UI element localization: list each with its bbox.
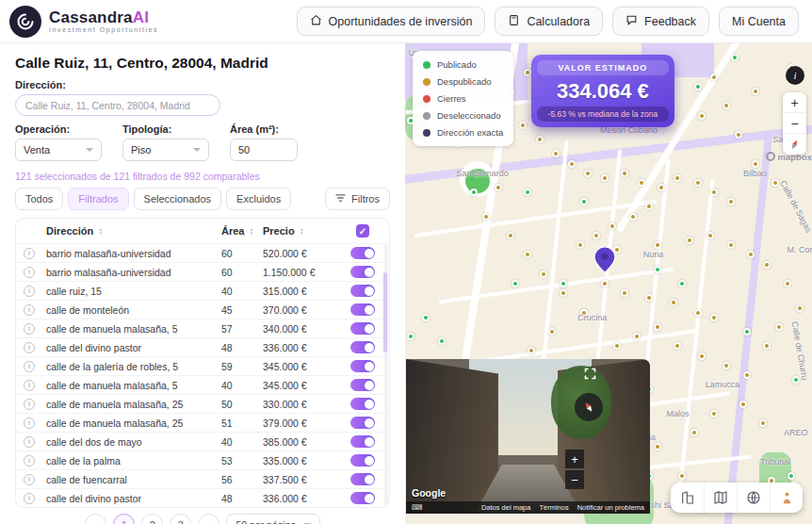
map-dot-despublicado[interactable] bbox=[674, 342, 681, 350]
map-dot-despublicado[interactable] bbox=[784, 280, 791, 287]
map-dot-despublicado[interactable] bbox=[698, 352, 706, 360]
map-panel[interactable]: UniversitariMesón CubanoSan BernardoBilb… bbox=[405, 43, 812, 524]
map-dot-despublicado[interactable] bbox=[752, 160, 759, 168]
map-dot-despublicado[interactable] bbox=[654, 323, 661, 331]
info-icon[interactable] bbox=[24, 418, 35, 429]
table-row[interactable]: barrio malasaña-universidad 60 1.150.000… bbox=[16, 262, 389, 281]
row-toggle[interactable] bbox=[350, 341, 375, 353]
table-row[interactable]: calle de manuela malasaña, 25 50 330.000… bbox=[16, 394, 389, 413]
row-toggle[interactable] bbox=[350, 379, 375, 391]
map-dot-despublicado[interactable] bbox=[482, 213, 490, 221]
map-dot-despublicado[interactable] bbox=[524, 251, 531, 258]
map-dot-despublicado[interactable] bbox=[621, 289, 628, 297]
table-row[interactable]: barrio malasaña-universidad 60 520.000 € bbox=[16, 243, 389, 262]
filters-button[interactable]: Filtros bbox=[325, 188, 390, 210]
map-dot-despublicado[interactable] bbox=[698, 112, 706, 120]
column-area[interactable]: Área▲▼ bbox=[221, 225, 263, 237]
map-dot-despublicado[interactable] bbox=[584, 170, 592, 177]
map-dot-despublicado[interactable] bbox=[609, 222, 616, 230]
page-button-1[interactable]: 1 bbox=[113, 514, 135, 524]
map-dot-publicado[interactable] bbox=[743, 328, 751, 336]
map-dot-despublicado[interactable] bbox=[710, 410, 718, 418]
attr-terms[interactable]: Términos bbox=[539, 503, 568, 512]
map-dot-despublicado[interactable] bbox=[548, 328, 556, 336]
tab-excluidos[interactable]: Excluidos bbox=[226, 188, 291, 210]
info-icon[interactable] bbox=[24, 286, 35, 297]
map-dot-despublicado[interactable] bbox=[540, 270, 547, 278]
nav-feedback-button[interactable]: Feedback bbox=[612, 7, 709, 36]
map-dot-publicado[interactable] bbox=[694, 83, 702, 90]
map-dot-despublicado[interactable] bbox=[710, 74, 718, 81]
row-toggle[interactable] bbox=[350, 492, 375, 504]
map-dot-publicado[interactable] bbox=[422, 314, 430, 321]
table-row[interactable]: calle de la palma 53 335.000 € bbox=[16, 450, 389, 469]
map-dot-publicado[interactable] bbox=[470, 188, 478, 196]
map-dot-publicado[interactable] bbox=[524, 188, 531, 196]
map-dot-despublicado[interactable] bbox=[674, 174, 681, 182]
map-dot-despublicado[interactable] bbox=[694, 179, 702, 187]
map-dot-publicado[interactable] bbox=[407, 333, 414, 340]
map-dot-despublicado[interactable] bbox=[593, 232, 600, 239]
map-dot-despublicado[interactable] bbox=[507, 232, 514, 239]
map-dot-despublicado[interactable] bbox=[519, 122, 527, 129]
attr-report[interactable]: Notificar un problema bbox=[577, 503, 644, 512]
map-dot-despublicado[interactable] bbox=[670, 299, 677, 306]
nav-account-button[interactable]: Mi Cuenta bbox=[719, 7, 799, 36]
row-toggle[interactable] bbox=[350, 435, 375, 448]
map-dot-despublicado[interactable] bbox=[710, 314, 718, 321]
map-dot-despublicado[interactable] bbox=[686, 237, 693, 244]
map-dot-despublicado[interactable] bbox=[645, 203, 653, 210]
map-dot-despublicado[interactable] bbox=[560, 289, 567, 297]
table-row[interactable]: calle del divino pastor 48 336.000 € bbox=[16, 488, 389, 507]
column-direccion[interactable]: Dirección▲▼ bbox=[46, 225, 221, 237]
map-dot-despublicado[interactable] bbox=[747, 251, 755, 258]
map-dot-despublicado[interactable] bbox=[601, 174, 609, 182]
row-toggle[interactable] bbox=[350, 398, 375, 410]
tab-seleccionados[interactable]: Seleccionados bbox=[134, 188, 222, 210]
map-dot-publicado[interactable] bbox=[512, 280, 519, 287]
map-dot-despublicado[interactable] bbox=[613, 342, 621, 350]
map-dot-publicado[interactable] bbox=[438, 337, 446, 345]
streetview-inset[interactable]: + − Google ⌨ Datos del mapa Términos Not… bbox=[406, 359, 650, 514]
zoom-in-button[interactable]: + bbox=[783, 92, 806, 113]
row-toggle[interactable] bbox=[350, 360, 375, 372]
info-icon[interactable] bbox=[24, 380, 35, 391]
row-toggle[interactable] bbox=[350, 266, 375, 278]
map-dot-despublicado[interactable] bbox=[654, 443, 661, 450]
select-all-checkbox[interactable] bbox=[356, 224, 369, 237]
map-dot-despublicado[interactable] bbox=[629, 213, 637, 221]
info-icon[interactable] bbox=[24, 436, 35, 448]
map-dot-despublicado[interactable] bbox=[568, 160, 576, 168]
nav-opportunities-button[interactable]: Oportunidades de inversión bbox=[297, 7, 486, 36]
map-dot-despublicado[interactable] bbox=[633, 333, 641, 340]
map-dot-publicado[interactable] bbox=[580, 198, 588, 205]
map-dot-despublicado[interactable] bbox=[743, 371, 751, 379]
map-dot-despublicado[interactable] bbox=[759, 419, 767, 427]
table-row[interactable]: calle ruiz, 15 40 315.000 € bbox=[16, 281, 389, 300]
info-icon[interactable] bbox=[24, 474, 35, 485]
row-toggle[interactable] bbox=[350, 247, 375, 259]
typology-select[interactable]: Piso bbox=[122, 139, 209, 161]
column-precio[interactable]: Precio▲▼ bbox=[263, 225, 344, 237]
row-toggle[interactable] bbox=[350, 454, 375, 467]
operation-select[interactable]: Venta bbox=[15, 139, 102, 161]
map-dot-publicado[interactable] bbox=[731, 54, 739, 61]
fullscreen-icon[interactable] bbox=[583, 367, 597, 384]
map-dot-despublicado[interactable] bbox=[694, 309, 702, 317]
map-dot-despublicado[interactable] bbox=[690, 429, 698, 436]
row-toggle[interactable] bbox=[350, 417, 375, 429]
map-dot-despublicado[interactable] bbox=[495, 184, 502, 191]
info-icon[interactable] bbox=[24, 455, 35, 467]
page-button-2[interactable]: 2 bbox=[141, 514, 163, 524]
tab-todos[interactable]: Todos bbox=[15, 188, 63, 210]
map-dot-despublicado[interactable] bbox=[706, 232, 714, 239]
map-dot-despublicado[interactable] bbox=[601, 280, 609, 287]
row-toggle[interactable] bbox=[350, 322, 375, 335]
buildings-layer-button[interactable] bbox=[671, 483, 704, 513]
area-input[interactable]: 50 bbox=[230, 139, 298, 161]
map-dot-despublicado[interactable] bbox=[645, 294, 653, 302]
map-dot-despublicado[interactable] bbox=[752, 88, 759, 95]
map-dot-despublicado[interactable] bbox=[727, 198, 735, 205]
nav-calculator-button[interactable]: Calculadora bbox=[495, 7, 603, 36]
map-info-button[interactable]: i bbox=[786, 66, 804, 85]
